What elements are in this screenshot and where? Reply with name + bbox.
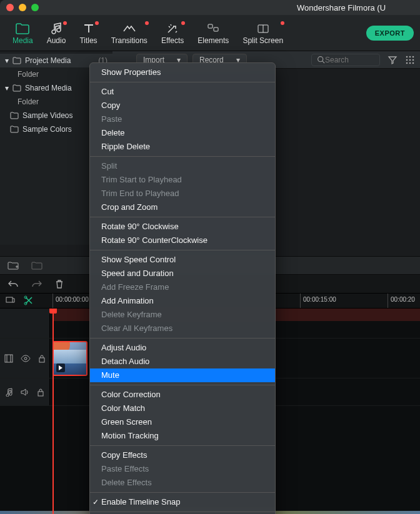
film-icon[interactable] [4, 354, 13, 363]
folder-icon [10, 126, 19, 133]
tree-label: Project Media [25, 56, 71, 65]
menu-item-color-match[interactable]: Color Match [90, 402, 275, 415]
menu-item-mute[interactable]: Mute [90, 368, 275, 382]
menu-item-green-screen[interactable]: Green Screen [90, 415, 275, 429]
tab-effects[interactable]: Effects [155, 19, 190, 47]
menu-item-crop-and-zoom[interactable]: Crop and Zoom [90, 200, 275, 214]
svg-point-4 [406, 56, 408, 57]
menu-item-enable-timeline-snap[interactable]: ✓Enable Timeline Snap [90, 495, 275, 509]
menu-item-label: Mute [101, 370, 119, 381]
tab-media[interactable]: Media [6, 19, 39, 47]
menu-item-label: Crop and Zoom [101, 202, 158, 213]
tab-label: Audio [47, 36, 66, 45]
minimize-window-button[interactable] [19, 4, 26, 11]
play-icon [56, 363, 65, 372]
folder-icon[interactable] [31, 261, 42, 270]
menu-item-label: Trim Start to Playhead [101, 174, 182, 185]
zoom-window-button[interactable] [31, 4, 39, 11]
menu-item-label: Split [101, 161, 117, 172]
lock-icon[interactable] [37, 388, 44, 397]
menu-item-label: Adjust Audio [101, 342, 146, 353]
menu-item-label: Delete Effects [101, 477, 152, 488]
tab-titles[interactable]: Titles [73, 19, 103, 47]
menu-item-label: Rotate 90° CounterClockwise [101, 235, 208, 246]
filter-icon[interactable] [388, 55, 398, 65]
tree-label: Sample Colors [22, 125, 72, 134]
tree-label: Sample Videos [22, 111, 73, 120]
tab-audio[interactable]: Audio [41, 19, 72, 47]
menu-item-split: Split [90, 159, 275, 173]
marker-icon[interactable] [5, 295, 15, 305]
menu-item-copy[interactable]: Copy [90, 99, 275, 112]
eye-icon[interactable] [21, 355, 31, 362]
menu-item-trim-start-to-playhead: Trim Start to Playhead [90, 173, 275, 187]
search-icon [317, 56, 325, 64]
menu-item-label: Delete Keyframe [101, 309, 162, 320]
search-box[interactable] [311, 54, 380, 66]
svg-point-17 [24, 357, 27, 360]
music-note-icon [49, 21, 63, 36]
menu-item-label: Rotate 90° Clockwise [101, 221, 179, 232]
trash-icon[interactable] [55, 279, 64, 289]
menu-item-detach-audio[interactable]: Detach Audio [90, 355, 275, 368]
svg-rect-16 [5, 355, 12, 362]
menu-item-color-correction[interactable]: Color Correction [90, 388, 275, 402]
window-titlebar: Wondershare Filmora (U [0, 0, 420, 15]
menu-item-ripple-delete[interactable]: Ripple Delete [90, 140, 275, 154]
menu-item-rotate-90-clockwise[interactable]: Rotate 90° Clockwise [90, 220, 275, 234]
grid-view-icon[interactable] [405, 55, 415, 65]
menu-item-motion-tracking[interactable]: Motion Tracking [90, 429, 275, 443]
menu-item-trim-end-to-playhead: Trim End to Playhead [90, 187, 275, 200]
menu-item-paste: Paste [90, 112, 275, 126]
svg-rect-13 [6, 297, 12, 302]
razor-icon[interactable] [24, 295, 34, 305]
new-folder-icon[interactable] [8, 261, 19, 270]
chevron-down-icon: ▾ [5, 56, 9, 65]
redo-icon[interactable] [31, 280, 42, 289]
menu-item-label: Paste Effects [101, 463, 149, 475]
menu-item-add-animation[interactable]: Add Animation [90, 294, 275, 308]
export-button[interactable]: EXPORT [366, 26, 414, 41]
menu-item-label: Motion Tracking [101, 430, 159, 442]
menu-item-paste-effects: Paste Effects [90, 462, 275, 476]
undo-icon[interactable] [8, 280, 19, 289]
close-window-button[interactable] [6, 4, 14, 11]
folder-icon [12, 84, 21, 92]
menu-item-label: Color Match [101, 403, 145, 414]
menu-item-label: Enable Timeline Snap [101, 497, 180, 508]
playhead[interactable] [52, 309, 54, 514]
menu-item-rotate-90-counterclockwise[interactable]: Rotate 90° CounterClockwise [90, 234, 275, 247]
menu-item-show-properties[interactable]: Show Properties [90, 66, 275, 79]
tab-transitions[interactable]: Transitions [105, 19, 154, 47]
svg-point-10 [406, 62, 408, 64]
lock-icon[interactable] [38, 354, 46, 363]
menu-item-label: Add Freeze Frame [101, 282, 169, 293]
menu-item-show-speed-control[interactable]: Show Speed Control [90, 253, 275, 267]
ruler-tick: 00:00:00:00 [52, 294, 89, 308]
tab-elements[interactable]: Elements [191, 19, 235, 47]
tab-splitscreen[interactable]: Split Screen [236, 19, 289, 47]
main-toolbar: Media Audio Titles Transitions Effects E… [0, 15, 420, 51]
check-icon: ✓ [92, 497, 101, 508]
menu-item-label: Green Screen [101, 417, 152, 428]
menu-item-label: Copy [101, 100, 120, 111]
menu-item-copy-effects[interactable]: Copy Effects [90, 448, 275, 462]
timeline-clip[interactable] [52, 341, 88, 376]
menu-item-label: Color Correction [101, 389, 161, 400]
tab-label: Media [12, 36, 33, 45]
music-note-icon[interactable] [6, 388, 13, 397]
ruler-tick: 00:00:15:00 [300, 294, 336, 308]
menu-item-clear-all-keyframes: Clear All Keyframes [90, 322, 275, 335]
menu-item-label: Show Properties [101, 67, 161, 78]
svg-point-7 [406, 59, 408, 61]
menu-item-label: Cut [101, 86, 114, 97]
search-input[interactable] [325, 56, 375, 64]
speaker-icon[interactable] [21, 388, 29, 396]
menu-item-cut[interactable]: Cut [90, 85, 275, 99]
menu-item-adjust-audio[interactable]: Adjust Audio [90, 341, 275, 355]
menu-item-add-freeze-frame: Add Freeze Frame [90, 280, 275, 294]
menu-item-speed-and-duration[interactable]: Speed and Duration [90, 267, 275, 280]
menu-item-label: Delete [101, 127, 125, 139]
menu-item-delete[interactable]: Delete [90, 126, 275, 140]
svg-rect-0 [208, 24, 212, 28]
